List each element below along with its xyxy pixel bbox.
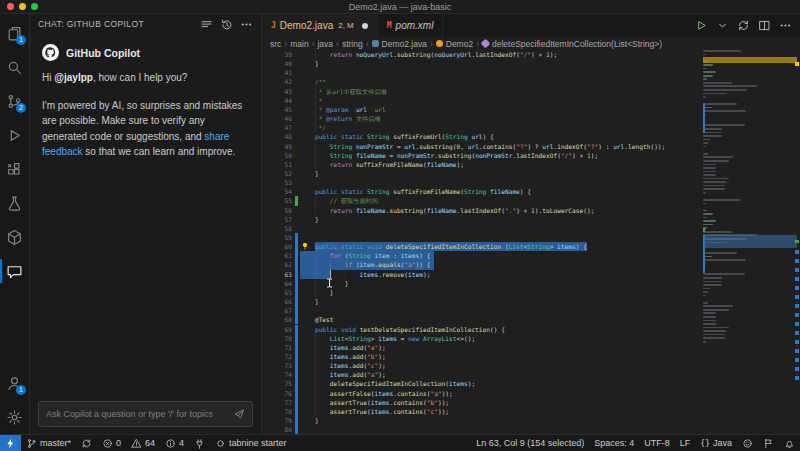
- line-number[interactable]: 42: [262, 77, 292, 86]
- line-number[interactable]: 62: [262, 260, 292, 269]
- git-modified-indicator[interactable]: [295, 334, 298, 343]
- git-modified-indicator[interactable]: [295, 398, 298, 407]
- line-number[interactable]: 68: [262, 315, 292, 324]
- tab-Demo2.java[interactable]: JDemo2.java2, M: [262, 14, 378, 37]
- activity-bar-item-search[interactable]: [0, 50, 29, 84]
- line-number[interactable]: 73: [262, 361, 292, 370]
- code-line-79[interactable]: }: [300, 416, 800, 425]
- code-line-77[interactable]: assertTrue(items.contains("b"));: [300, 398, 800, 407]
- line-number[interactable]: 60: [262, 242, 292, 251]
- line-number[interactable]: 59: [262, 233, 292, 242]
- status-sync[interactable]: [76, 435, 97, 451]
- activity-bar-item-dependencies[interactable]: [0, 220, 29, 254]
- git-modified-indicator[interactable]: [295, 416, 298, 425]
- git-modified-indicator[interactable]: [295, 306, 298, 315]
- git-modified-indicator[interactable]: [295, 270, 298, 279]
- line-number[interactable]: 48: [262, 132, 292, 141]
- line-number[interactable]: 54: [262, 187, 292, 196]
- status-remote-indicator[interactable]: [0, 435, 21, 451]
- code-line-78[interactable]: assertTrue(items.contains("c"));: [300, 407, 800, 416]
- status-feedback[interactable]: [737, 435, 758, 451]
- git-modified-indicator[interactable]: [295, 407, 298, 416]
- breadcrumb-item-5[interactable]: Demo2.java: [372, 39, 427, 49]
- line-number[interactable]: 58: [262, 224, 292, 233]
- status-warnings[interactable]: 64: [126, 435, 160, 451]
- breadcrumb-item-3[interactable]: java: [317, 39, 333, 49]
- status-flag[interactable]: [758, 435, 779, 451]
- unsaved-dot[interactable]: [362, 23, 368, 29]
- line-number[interactable]: 41: [262, 68, 292, 77]
- status-encoding[interactable]: UTF-8: [639, 435, 675, 451]
- activity-bar-item-source-control[interactable]: 2: [0, 84, 29, 118]
- lightbulb-icon[interactable]: [301, 242, 309, 250]
- line-number[interactable]: 40: [262, 59, 292, 68]
- breadcrumb-item-7[interactable]: deleteSpecifiedItemInCollection(List<Str…: [482, 39, 662, 49]
- line-number[interactable]: 77: [262, 398, 292, 407]
- git-modified-indicator[interactable]: [295, 379, 298, 388]
- line-number[interactable]: 70: [262, 334, 292, 343]
- editor-gutter[interactable]: 3940414243444546474849505152535455565758…: [262, 50, 300, 434]
- line-number[interactable]: 71: [262, 343, 292, 352]
- line-number[interactable]: 51: [262, 160, 292, 169]
- git-modified-indicator[interactable]: [295, 325, 298, 334]
- code-line-80[interactable]: [300, 425, 800, 434]
- chat-input[interactable]: Ask Copilot a question or type '/' for t…: [38, 401, 253, 427]
- line-number[interactable]: 76: [262, 389, 292, 398]
- git-modified-indicator[interactable]: [295, 260, 298, 269]
- more-icon[interactable]: [240, 18, 253, 31]
- code-line-74[interactable]: items.add("a");: [300, 370, 800, 379]
- git-modified-indicator[interactable]: [295, 361, 298, 370]
- run-dropdown[interactable]: [716, 19, 729, 32]
- line-number[interactable]: 57: [262, 215, 292, 224]
- git-modified-indicator[interactable]: [295, 251, 298, 260]
- status-notifications[interactable]: [779, 435, 800, 451]
- git-modified-indicator[interactable]: [295, 315, 298, 324]
- line-number[interactable]: 47: [262, 123, 292, 132]
- git-modified-indicator[interactable]: [295, 233, 298, 242]
- line-number[interactable]: 63: [262, 270, 292, 279]
- line-number[interactable]: 45: [262, 105, 292, 114]
- line-number[interactable]: 56: [262, 206, 292, 215]
- activity-bar-item-copilot-chat[interactable]: [0, 254, 29, 288]
- chat-list-icon[interactable]: [200, 18, 213, 31]
- line-number[interactable]: 61: [262, 251, 292, 260]
- more-actions-button[interactable]: [779, 19, 792, 32]
- git-modified-indicator[interactable]: [295, 425, 298, 434]
- git-modified-indicator[interactable]: [295, 370, 298, 379]
- status-git-branch[interactable]: master*: [21, 435, 76, 451]
- history-icon[interactable]: [220, 18, 233, 31]
- breadcrumb-item-6[interactable]: Demo2: [436, 39, 473, 49]
- status-tabnine[interactable]: tabnine starter: [210, 435, 292, 451]
- minimap[interactable]: [703, 50, 797, 352]
- line-number[interactable]: 80: [262, 425, 292, 434]
- status-cursor-position[interactable]: Ln 63, Col 9 (154 selected): [471, 435, 589, 451]
- line-number[interactable]: 52: [262, 169, 292, 178]
- git-modified-indicator[interactable]: [295, 288, 298, 297]
- code-line-73[interactable]: items.add("c");: [300, 361, 800, 370]
- line-number[interactable]: 64: [262, 279, 292, 288]
- status-errors[interactable]: 0: [97, 435, 126, 451]
- send-icon[interactable]: [233, 408, 245, 420]
- breadcrumb-item-4[interactable]: string: [342, 39, 363, 49]
- status-indentation[interactable]: Spaces: 4: [589, 435, 639, 451]
- sync-icon[interactable]: [737, 19, 750, 32]
- line-number[interactable]: 43: [262, 87, 292, 96]
- line-number[interactable]: 44: [262, 96, 292, 105]
- overview-ruler[interactable]: [794, 50, 800, 434]
- line-number[interactable]: 39: [262, 50, 292, 59]
- status-eol[interactable]: LF: [675, 435, 696, 451]
- activity-bar-item-run-debug[interactable]: [0, 118, 29, 152]
- line-number[interactable]: 79: [262, 416, 292, 425]
- code-line-75[interactable]: deleteSpecifiedItemInCollection(items);: [300, 379, 800, 388]
- status-plug[interactable]: [189, 435, 210, 451]
- run-button[interactable]: [695, 19, 708, 32]
- git-added-indicator[interactable]: [295, 196, 298, 205]
- line-number[interactable]: 75: [262, 379, 292, 388]
- git-modified-indicator[interactable]: [295, 343, 298, 352]
- code-line-72[interactable]: items.add("b");: [300, 352, 800, 361]
- activity-bar-item-testing[interactable]: [0, 186, 29, 220]
- code-line-76[interactable]: assertFalse(items.contains("a"));: [300, 389, 800, 398]
- line-number[interactable]: 78: [262, 407, 292, 416]
- line-number[interactable]: 49: [262, 142, 292, 151]
- activity-bar-item-explorer[interactable]: 1: [0, 16, 29, 50]
